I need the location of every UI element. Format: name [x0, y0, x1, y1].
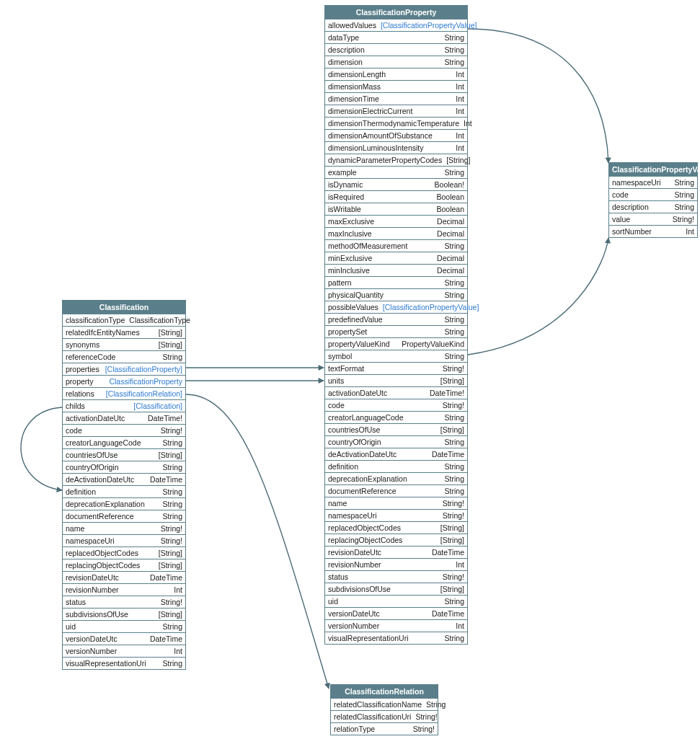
field-name: namespaceUri	[612, 178, 661, 187]
field-type: String	[163, 512, 182, 521]
field-name: code	[66, 426, 82, 435]
field-type: String	[445, 168, 464, 177]
field-name: revisionNumber	[328, 560, 381, 569]
field-name: deActivationDateUtc	[328, 450, 396, 459]
field-type-link[interactable]: [ClassificationProperty]	[105, 365, 182, 373]
field-name: dimensionMass	[328, 82, 381, 91]
field-name: countriesOfUse	[328, 425, 380, 434]
field-type: String	[445, 33, 464, 42]
field-type: DateTime	[432, 450, 464, 459]
field-row: isDynamicBoolean!	[325, 178, 467, 190]
field-type: DateTime	[150, 573, 182, 582]
field-type-link[interactable]: [ClassificationPropertyValue]	[381, 21, 477, 30]
field-row: visualRepresentationUriString	[325, 632, 467, 644]
field-name: activationDateUtc	[66, 414, 125, 422]
field-name: revisionDateUtc	[66, 573, 119, 582]
field-name: replacingObjectCodes	[328, 536, 402, 544]
field-name: activationDateUtc	[328, 389, 387, 397]
field-type-link[interactable]: ClassificationProperty	[109, 377, 182, 386]
field-type-link[interactable]: [Classification]	[133, 402, 182, 410]
field-type-link[interactable]: [ClassificationRelation]	[106, 389, 182, 398]
field-name: uid	[66, 622, 76, 631]
field-row: descriptionString	[609, 200, 697, 213]
field-name: description	[328, 45, 365, 54]
field-name: definition	[328, 462, 358, 471]
field-type: [String]	[440, 425, 464, 434]
field-row: uidString	[63, 620, 185, 632]
field-row: minExclusiveDecimal	[325, 252, 467, 264]
field-type: DateTime	[150, 634, 182, 643]
field-type-link[interactable]: [ClassificationPropertyValue]	[383, 303, 479, 311]
field-name: value	[612, 215, 630, 224]
field-type: [String]	[159, 328, 182, 337]
field-type: String!	[161, 536, 182, 545]
field-row: definitionString	[63, 485, 185, 497]
field-type: String	[445, 58, 464, 66]
field-type: String	[163, 353, 182, 361]
field-type: String	[163, 500, 182, 508]
field-row: classificationTypeClassificationType	[63, 314, 185, 326]
field-type: [String]	[159, 340, 182, 349]
field-name: creatorLanguageCode	[66, 438, 141, 447]
field-name: visualRepresentationUri	[66, 659, 146, 668]
field-row: namespaceUriString!	[63, 534, 185, 546]
field-type: [String]	[446, 156, 470, 164]
field-type: Int	[456, 131, 464, 140]
field-name: referenceCode	[66, 353, 115, 361]
entity-title: ClassificationPropertyValue	[609, 163, 697, 177]
field-row: methodOfMeasurementString	[325, 239, 467, 252]
field-row: statusString!	[325, 570, 467, 583]
field-row: codeString!	[325, 399, 467, 411]
field-row: countriesOfUse[String]	[63, 448, 185, 461]
field-row: visualRepresentationUriString	[63, 657, 185, 669]
field-row: relatedClassificationUriString!	[331, 710, 438, 722]
field-type: Int	[456, 560, 464, 569]
field-type: Int	[456, 107, 464, 115]
field-row: propertyClassificationProperty	[63, 375, 185, 387]
field-type: String!	[443, 499, 464, 508]
field-row: textFormatString!	[325, 362, 467, 374]
field-type: String	[426, 700, 446, 709]
field-type: [String]	[440, 376, 464, 385]
field-row: maxInclusiveDecimal	[325, 227, 467, 239]
field-name: possibleValues	[328, 303, 378, 311]
field-type: String	[675, 203, 694, 211]
field-row: dimensionElectricCurrentInt	[325, 105, 467, 117]
entity-fields: classificationTypeClassificationTyperela…	[63, 314, 185, 669]
field-type: String!	[415, 712, 437, 721]
field-name: deprecationExplanation	[66, 500, 145, 508]
field-name: documentReference	[66, 512, 134, 521]
field-name: documentReference	[328, 487, 396, 495]
field-type: String	[445, 413, 464, 422]
field-row: creatorLanguageCodeString	[63, 436, 185, 448]
field-row: versionDateUtcDateTime	[325, 607, 467, 619]
field-row: deActivationDateUtcDateTime	[325, 448, 467, 460]
field-type: Boolean	[436, 205, 464, 213]
field-type: Boolean!	[435, 180, 464, 189]
field-type: String	[445, 462, 464, 471]
entity-title: ClassificationProperty	[325, 6, 467, 19]
field-name: predefinedValue	[328, 315, 383, 324]
field-name: propertyValueKind	[328, 340, 390, 348]
entity-classification: Classification classificationTypeClassif…	[62, 300, 186, 670]
field-type: Decimal	[437, 217, 464, 226]
field-type: Int	[174, 585, 182, 594]
field-type: String!	[443, 401, 464, 410]
field-name: uid	[328, 597, 338, 606]
field-name: relatedClassificationName	[334, 700, 422, 709]
field-name: deActivationDateUtc	[66, 475, 134, 484]
field-name: methodOfMeasurement	[328, 242, 407, 250]
field-type: [String]	[159, 549, 182, 557]
field-row: properties[ClassificationProperty]	[63, 363, 185, 375]
field-name: dimensionTime	[328, 94, 379, 103]
field-row: dimensionTimeInt	[325, 92, 467, 105]
field-name: sortNumber	[612, 227, 652, 236]
field-name: minExclusive	[328, 254, 372, 262]
field-row: replacingObjectCodes[String]	[325, 534, 467, 546]
field-name: relatedClassificationUri	[334, 712, 411, 721]
field-type: Int	[456, 94, 464, 103]
field-name: code	[612, 190, 629, 199]
field-row: namespaceUriString!	[325, 509, 467, 521]
field-row: activationDateUtcDateTime!	[63, 412, 185, 424]
field-name: namespaceUri	[328, 511, 377, 520]
